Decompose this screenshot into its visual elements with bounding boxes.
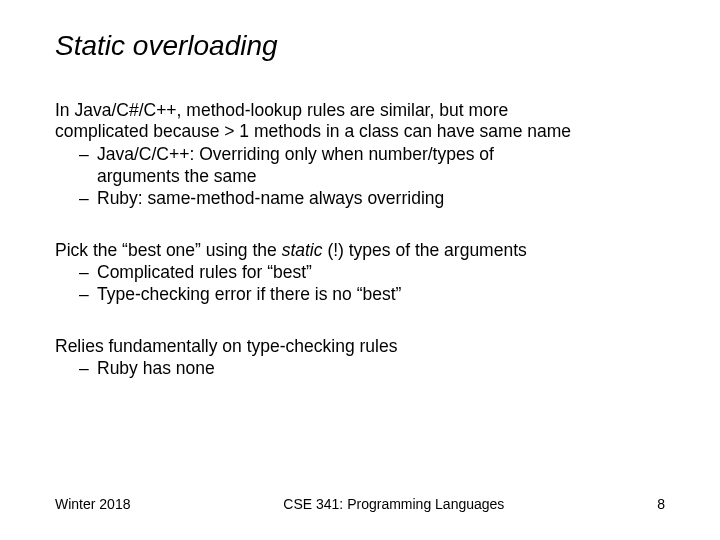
p2-a: Pick the “best one” using the (55, 240, 282, 260)
p1-bullet2-text: Ruby: same-method-name always overriding (97, 188, 444, 208)
p3-bullet1: –Ruby has none (55, 358, 665, 379)
dash-icon: – (79, 144, 97, 165)
p1-bullet1-text-b: arguments the same (97, 166, 257, 186)
slide-title: Static overloading (55, 30, 665, 62)
spacer (79, 166, 97, 187)
p1-line1: In Java/C#/C++, method-lookup rules are … (55, 100, 665, 121)
p3-bullet1-text: Ruby has none (97, 358, 215, 378)
p2-bullet2-text: Type-checking error if there is no “best… (97, 284, 401, 304)
dash-icon: – (79, 262, 97, 283)
p1-bullet1: –Java/C/C++: Overriding only when number… (55, 144, 665, 165)
slide: Static overloading In Java/C#/C++, metho… (0, 0, 720, 540)
dash-icon: – (79, 284, 97, 305)
slide-body: In Java/C#/C++, method-lookup rules are … (55, 100, 665, 379)
dash-icon: – (79, 358, 97, 379)
footer-center: CSE 341: Programming Languages (130, 496, 657, 512)
p2-italic: static (282, 240, 323, 260)
footer-page-number: 8 (657, 496, 665, 512)
p1-bullet1-cont: arguments the same (55, 166, 665, 187)
p1-line2: complicated because > 1 methods in a cla… (55, 121, 665, 142)
p2-bullet1-text: Complicated rules for “best” (97, 262, 312, 282)
footer-left: Winter 2018 (55, 496, 130, 512)
p2-b: (!) types of the arguments (323, 240, 527, 260)
paragraph-2: Pick the “best one” using the static (!)… (55, 240, 665, 306)
p2-bullet1: –Complicated rules for “best” (55, 262, 665, 283)
p1-bullet1-text-a: Java/C/C++: Overriding only when number/… (97, 144, 494, 164)
p1-bullet2: –Ruby: same-method-name always overridin… (55, 188, 665, 209)
paragraph-3: Relies fundamentally on type-checking ru… (55, 336, 665, 380)
p3-line1: Relies fundamentally on type-checking ru… (55, 336, 665, 357)
p2-line1: Pick the “best one” using the static (!)… (55, 240, 665, 261)
slide-footer: Winter 2018 CSE 341: Programming Languag… (55, 496, 665, 512)
p2-bullet2: –Type-checking error if there is no “bes… (55, 284, 665, 305)
dash-icon: – (79, 188, 97, 209)
paragraph-1: In Java/C#/C++, method-lookup rules are … (55, 100, 665, 210)
